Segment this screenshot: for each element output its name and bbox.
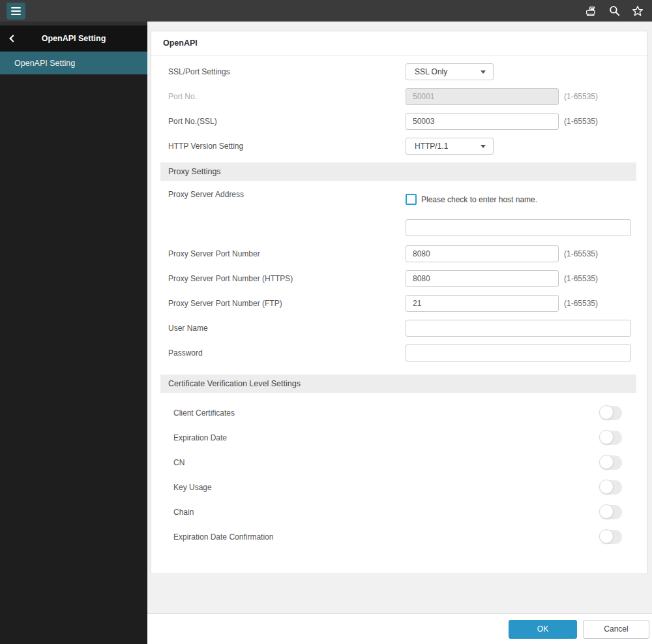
key-usage-label: Key Usage [151,483,212,492]
cn-toggle[interactable] [600,455,622,470]
proxy-server-address-label: Proxy Server Address [151,189,406,199]
client-certificates-label: Client Certificates [151,408,235,418]
proxy-port-ftp-row: Proxy Server Port Number (FTP) (1-65535) [151,295,647,312]
port-no-ssl-row: Port No.(SSL) (1-65535) [151,113,647,130]
ok-button[interactable]: OK [509,620,577,639]
proxy-port-input[interactable] [406,245,559,262]
ssl-port-settings-select[interactable]: SSL Only [406,63,494,80]
client-certificates-row: Client Certificates [151,401,647,425]
sidebar-item-label: OpenAPI Setting [14,59,75,68]
proxy-server-address-row: Proxy Server Address Please check to ent… [151,189,647,236]
key-usage-row: Key Usage [151,475,647,500]
hamburger-icon [11,7,21,8]
proxy-address-controls: Please check to enter host name. [406,189,631,236]
search-icon [608,5,621,17]
port-no-ssl-label: Port No.(SSL) [151,117,406,126]
sidebar-title: OpenAPI Setting [42,34,106,43]
client-certificates-toggle[interactable] [600,406,622,420]
device-status-button[interactable] [584,5,597,18]
chevron-down-icon [481,70,486,74]
sidebar-item-openapi-setting[interactable]: OpenAPI Setting [0,52,147,74]
favorite-button[interactable] [631,5,644,18]
host-name-checkbox-line: Please check to enter host name. [406,194,631,205]
main-content: OpenAPI SSL/Port Settings SSL Only Port … [147,22,652,644]
proxy-port-ftp-input[interactable] [406,295,559,312]
proxy-port-https-input[interactable] [406,270,559,287]
settings-card: OpenAPI SSL/Port Settings SSL Only Port … [151,31,647,574]
ssl-port-settings-row: SSL/Port Settings SSL Only [151,63,647,80]
key-usage-toggle[interactable] [600,480,622,495]
settings-form: SSL/Port Settings SSL Only Port No. (1-6… [151,55,647,549]
port-no-row: Port No. (1-65535) [151,88,647,105]
card-title: OpenAPI [151,31,647,55]
proxy-port-label: Proxy Server Port Number [151,249,406,258]
expiration-date-confirmation-toggle[interactable] [600,530,622,544]
http-version-value: HTTP/1.1 [415,142,448,151]
password-row: Password [151,345,647,361]
cn-label: CN [151,458,185,467]
toggle-knob [599,455,614,469]
sidebar: OpenAPI Setting OpenAPI Setting [0,22,147,644]
proxy-port-ftp-label: Proxy Server Port Number (FTP) [151,299,406,308]
proxy-port-range-hint: (1-65535) [564,249,598,258]
topbar [0,0,652,22]
host-name-checkbox[interactable] [406,194,417,205]
proxy-port-row: Proxy Server Port Number (1-65535) [151,245,647,262]
hamburger-menu-button[interactable] [7,3,25,20]
chain-label: Chain [151,508,194,517]
toggle-knob [599,504,614,519]
certificate-verification-section-header: Certificate Verification Level Settings [160,375,636,393]
proxy-port-https-row: Proxy Server Port Number (HTTPS) (1-6553… [151,270,647,287]
expiration-date-row: Expiration Date [151,425,647,450]
port-no-range-hint: (1-65535) [564,92,598,101]
user-name-row: User Name [151,320,647,337]
expiration-date-confirmation-row: Expiration Date Confirmation [151,525,647,549]
expiration-date-label: Expiration Date [151,433,227,442]
port-no-input [406,88,559,105]
port-no-label: Port No. [151,92,406,101]
printer-icon [584,5,597,18]
password-input[interactable] [406,345,631,361]
port-no-ssl-input[interactable] [406,113,559,130]
proxy-port-https-range-hint: (1-65535) [564,274,598,283]
password-label: Password [151,348,406,358]
back-chevron-icon[interactable] [9,35,16,42]
port-no-ssl-range-hint: (1-65535) [564,117,598,126]
toggle-knob [599,405,614,420]
proxy-port-ftp-range-hint: (1-65535) [564,299,598,308]
cn-row: CN [151,450,647,475]
sidebar-header: OpenAPI Setting [0,25,147,52]
expiration-date-confirmation-label: Expiration Date Confirmation [151,532,273,542]
proxy-settings-section-header: Proxy Settings [160,162,636,181]
star-icon [631,5,644,18]
chain-row: Chain [151,500,647,525]
chain-toggle[interactable] [600,505,622,519]
search-button[interactable] [608,5,621,18]
host-name-checkbox-label: Please check to enter host name. [421,195,537,204]
toggle-knob [599,430,614,444]
toggle-knob [599,480,614,494]
http-version-label: HTTP Version Setting [151,142,406,151]
ssl-port-settings-value: SSL Only [415,67,447,76]
toggle-knob [599,529,614,544]
user-name-input[interactable] [406,320,631,337]
http-version-select[interactable]: HTTP/1.1 [406,138,494,155]
ssl-port-settings-label: SSL/Port Settings [151,67,406,76]
expiration-date-toggle[interactable] [600,431,622,445]
cancel-button[interactable]: Cancel [583,620,649,639]
user-name-label: User Name [151,324,406,333]
proxy-port-https-label: Proxy Server Port Number (HTTPS) [151,274,406,283]
http-version-row: HTTP Version Setting HTTP/1.1 [151,138,647,155]
footer-action-bar: OK Cancel [147,613,652,644]
proxy-server-address-input[interactable] [406,219,631,236]
chevron-down-icon [481,145,486,148]
